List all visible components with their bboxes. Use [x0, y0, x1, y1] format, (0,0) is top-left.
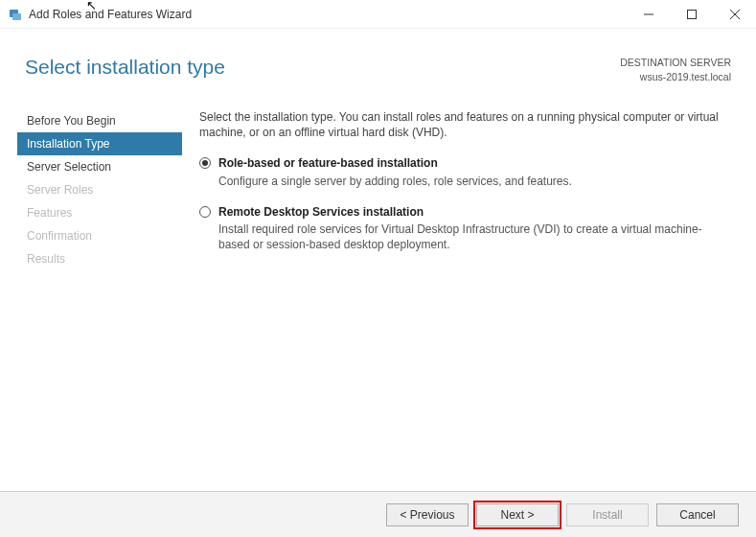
- titlebar: Add Roles and Features Wizard: [0, 0, 756, 29]
- install-type-option[interactable]: Role-based or feature-based installation…: [199, 155, 733, 188]
- intro-text: Select the installation type. You can in…: [199, 109, 733, 140]
- svg-rect-3: [687, 10, 696, 18]
- svg-rect-1: [12, 13, 21, 20]
- destination-label: DESTINATION SERVER: [620, 56, 731, 70]
- wizard-nav: Before You BeginInstallation TypeServer …: [17, 107, 182, 476]
- app-icon: [8, 7, 23, 22]
- option-description: Configure a single server by adding role…: [218, 174, 733, 189]
- previous-button[interactable]: < Previous: [386, 503, 469, 526]
- radio-button[interactable]: [199, 206, 211, 218]
- destination-server: DESTINATION SERVER wsus-2019.test.local: [620, 56, 731, 83]
- option-title: Role-based or feature-based installation: [218, 155, 733, 171]
- radio-button[interactable]: [199, 157, 211, 169]
- window-title: Add Roles and Features Wizard: [29, 8, 627, 21]
- nav-item-installation-type[interactable]: Installation Type: [17, 132, 182, 155]
- wizard-main: Select the installation type. You can in…: [182, 107, 739, 476]
- nav-item-results: Results: [17, 247, 182, 270]
- option-title: Remote Desktop Services installation: [218, 204, 733, 220]
- cancel-button[interactable]: Cancel: [656, 503, 739, 526]
- option-description: Install required role services for Virtu…: [218, 222, 733, 252]
- close-button[interactable]: [713, 0, 756, 28]
- page-title: Select installation type: [25, 56, 620, 79]
- maximize-button[interactable]: [670, 0, 713, 28]
- nav-item-server-roles: Server Roles: [17, 178, 182, 201]
- nav-item-features: Features: [17, 201, 182, 224]
- install-button: Install: [566, 503, 649, 526]
- nav-item-confirmation: Confirmation: [17, 224, 182, 247]
- install-type-option[interactable]: Remote Desktop Services installationInst…: [199, 204, 733, 253]
- wizard-footer: < Previous Next > Install Cancel: [0, 491, 756, 537]
- nav-item-server-selection[interactable]: Server Selection: [17, 155, 182, 178]
- wizard-header: Select installation type DESTINATION SER…: [0, 29, 756, 104]
- destination-value: wsus-2019.test.local: [620, 70, 731, 84]
- next-button[interactable]: Next >: [476, 503, 559, 526]
- minimize-button[interactable]: [627, 0, 670, 28]
- nav-item-before-you-begin[interactable]: Before You Begin: [17, 109, 182, 132]
